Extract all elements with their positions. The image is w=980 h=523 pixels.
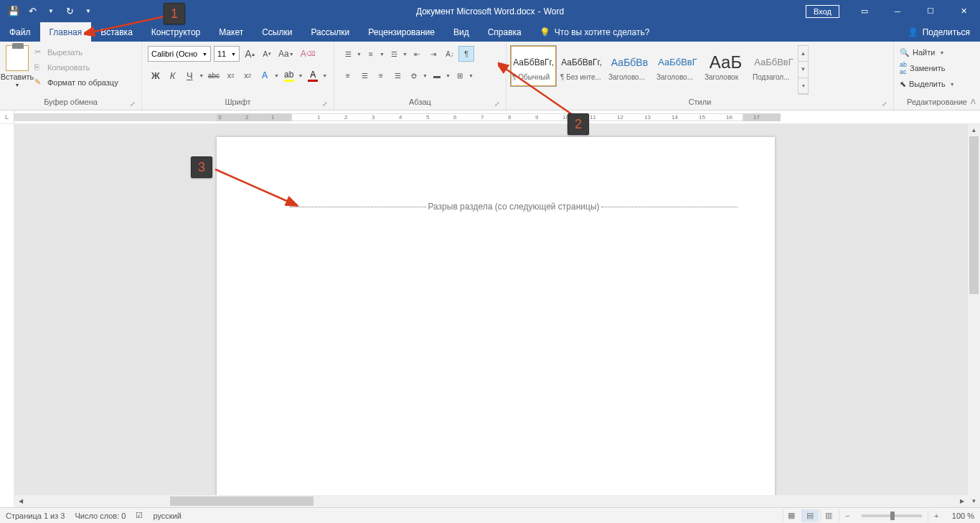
tab-help[interactable]: Справка — [479, 22, 531, 42]
collapse-ribbon-icon[interactable]: ᐱ — [971, 98, 976, 105]
save-icon[interactable]: 💾 — [6, 4, 22, 19]
subscript-button[interactable]: x2 — [223, 67, 239, 83]
tab-file[interactable]: Файл — [0, 22, 40, 42]
annotation-3: 3 — [191, 156, 212, 178]
brush-icon: ✎ — [34, 77, 44, 88]
font-launcher-icon[interactable]: ⤢ — [320, 99, 329, 108]
style-item-4[interactable]: АаБЗаголовок — [702, 45, 749, 87]
vertical-scrollbar[interactable]: ▲ ▼ — [968, 124, 980, 507]
underline-dropdown[interactable]: ▼ — [199, 73, 204, 78]
undo-icon[interactable]: ↶ — [24, 4, 40, 19]
undo-dropdown-icon[interactable]: ▼ — [43, 4, 59, 19]
status-proofing-icon[interactable]: ☑ — [136, 511, 143, 520]
clipboard-launcher-icon[interactable]: ⤢ — [128, 99, 137, 108]
view-web-icon[interactable]: ▥ — [820, 509, 837, 522]
line-spacing-button[interactable]: ⯐ — [406, 67, 422, 83]
zoom-out-button[interactable]: − — [839, 509, 856, 522]
status-word-count[interactable]: Число слов: 0 — [75, 512, 126, 520]
text-effects-button[interactable]: A — [257, 67, 273, 83]
superscript-button[interactable]: x2 — [240, 67, 255, 83]
styles-launcher-icon[interactable]: ⤢ — [880, 99, 889, 108]
status-language[interactable]: русский — [153, 512, 181, 520]
tab-review[interactable]: Рецензирование — [359, 22, 444, 42]
strike-button[interactable]: abc — [206, 67, 222, 83]
underline-button[interactable]: Ч — [182, 67, 197, 83]
bold-button[interactable]: Ж — [148, 67, 164, 83]
vertical-ruler[interactable] — [0, 124, 14, 507]
group-label-clipboard: Буфер обмена — [44, 98, 98, 106]
sort-button[interactable]: A↓ — [442, 46, 458, 62]
redo-icon[interactable]: ↻ — [62, 4, 77, 19]
multilevel-button[interactable]: ☲ — [386, 46, 402, 62]
copy-button[interactable]: ⎘ Копировать — [34, 60, 118, 75]
show-marks-button[interactable]: ¶ — [458, 46, 474, 62]
highlight-button[interactable]: ab — [281, 67, 297, 83]
scroll-thumb[interactable] — [969, 136, 979, 294]
scroll-down-icon[interactable]: ▼ — [968, 495, 980, 507]
font-size-combo[interactable]: 11▼ — [214, 46, 240, 62]
minimize-button[interactable]: ─ — [881, 1, 914, 22]
tab-mailings[interactable]: Рассылки — [301, 22, 359, 42]
scroll-up-icon[interactable]: ▲ — [968, 124, 980, 136]
increase-indent-button[interactable]: ⇥ — [425, 46, 441, 62]
share-button[interactable]: 👤 Поделиться — [897, 22, 980, 42]
align-right-button[interactable]: ≡ — [373, 67, 389, 83]
style-item-2[interactable]: АаБбВвЗаголово... — [606, 45, 653, 87]
styles-up-icon[interactable]: ▲ — [798, 46, 808, 62]
doc-name: Документ Microsoft Word.docx — [416, 6, 535, 17]
ruler-corner[interactable]: L — [0, 110, 14, 123]
close-button[interactable]: ✕ — [947, 1, 980, 22]
align-center-button[interactable]: ☰ — [357, 67, 372, 83]
horizontal-scrollbar[interactable]: ◀ ▶ — [14, 495, 968, 507]
view-read-icon[interactable]: ▦ — [783, 509, 800, 522]
change-case-button[interactable]: Aa▼ — [277, 46, 296, 62]
view-print-icon[interactable]: ▤ — [801, 509, 819, 522]
highlight-dropdown[interactable]: ▼ — [298, 73, 304, 78]
font-color-dropdown[interactable]: ▼ — [322, 73, 328, 78]
numbering-button[interactable]: ≡ — [363, 46, 379, 62]
signin-button[interactable]: Вход — [806, 5, 839, 18]
bullets-button[interactable]: ☰ — [340, 46, 356, 62]
effects-dropdown[interactable]: ▼ — [274, 73, 280, 78]
page[interactable]: Разрыв раздела (со следующей страницы) — [217, 137, 775, 507]
shading-button[interactable]: ▬ — [429, 67, 445, 83]
style-item-5[interactable]: АаБбВвГПодзагол... — [750, 45, 797, 87]
styles-more-icon[interactable]: ▾ — [798, 78, 808, 94]
zoom-in-button[interactable]: + — [928, 509, 945, 522]
maximize-button[interactable]: ☐ — [914, 1, 947, 22]
tell-me-search[interactable]: 💡 Что вы хотите сделать? — [540, 22, 650, 42]
hscroll-thumb[interactable] — [170, 496, 314, 506]
paste-button[interactable]: Вставить ▼ — [3, 44, 32, 96]
styles-down-icon[interactable]: ▼ — [798, 62, 808, 77]
share-icon: 👤 — [908, 27, 918, 37]
group-label-editing: Редактирование — [907, 98, 967, 106]
align-left-button[interactable]: ≡ — [340, 67, 356, 83]
styles-scroll[interactable]: ▲ ▼ ▾ — [798, 45, 809, 95]
style-item-3[interactable]: АаБбВвГЗаголово... — [654, 45, 701, 87]
find-button[interactable]: 🔍Найти▼ — [900, 45, 956, 60]
zoom-slider[interactable] — [862, 514, 922, 517]
tab-layout[interactable]: Макет — [209, 22, 253, 42]
cut-button[interactable]: ✂ Вырезать — [34, 45, 118, 60]
replace-button[interactable]: abacЗаменить — [900, 61, 956, 75]
horizontal-ruler[interactable]: L 3211234567891011121314151617 — [0, 110, 980, 124]
tab-view[interactable]: Вид — [444, 22, 479, 42]
justify-button[interactable]: ☰ — [390, 67, 405, 83]
grow-font-button[interactable]: A▴ — [242, 46, 257, 62]
font-name-combo[interactable]: Calibri (Осно▼ — [148, 46, 211, 62]
format-painter-button[interactable]: ✎ Формат по образцу — [34, 75, 118, 90]
select-button[interactable]: ⬉Выделить▼ — [900, 77, 956, 91]
tab-references[interactable]: Ссылки — [253, 22, 301, 42]
decrease-indent-button[interactable]: ⇤ — [409, 46, 425, 62]
scroll-left-icon[interactable]: ◀ — [14, 495, 27, 507]
italic-button[interactable]: К — [165, 67, 181, 83]
status-page[interactable]: Страница 1 из 3 — [6, 512, 65, 520]
borders-button[interactable]: ⊞ — [452, 67, 468, 83]
app-name: Word — [544, 6, 564, 17]
clear-formatting-button[interactable]: A⌫ — [299, 46, 317, 62]
zoom-level[interactable]: 100 % — [952, 512, 974, 520]
shrink-font-button[interactable]: A▾ — [260, 46, 274, 62]
ribbon-display-icon[interactable]: ▭ — [848, 1, 881, 22]
font-color-button[interactable]: A — [305, 67, 321, 83]
scroll-right-icon[interactable]: ▶ — [956, 495, 968, 507]
